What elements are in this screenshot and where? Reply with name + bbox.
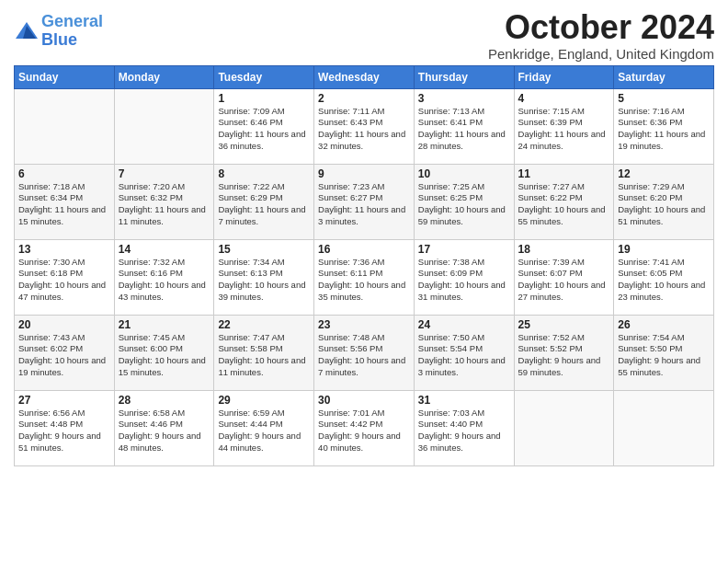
calendar-week-4: 20Sunrise: 7:43 AMSunset: 6:02 PMDayligh…	[15, 315, 714, 390]
calendar-cell: 4Sunrise: 7:15 AMSunset: 6:39 PMDaylight…	[514, 88, 614, 164]
day-info: Sunrise: 7:34 AMSunset: 6:13 PMDaylight:…	[218, 257, 310, 304]
calendar-cell: 14Sunrise: 7:32 AMSunset: 6:16 PMDayligh…	[114, 239, 214, 315]
day-number: 10	[418, 167, 510, 180]
day-number: 26	[618, 318, 710, 331]
calendar-cell: 16Sunrise: 7:36 AMSunset: 6:11 PMDayligh…	[314, 239, 415, 315]
day-number: 25	[518, 318, 610, 331]
day-number: 27	[18, 394, 110, 407]
day-number: 24	[418, 318, 510, 331]
calendar-cell: 22Sunrise: 7:47 AMSunset: 5:58 PMDayligh…	[214, 315, 314, 390]
calendar-cell: 25Sunrise: 7:52 AMSunset: 5:52 PMDayligh…	[514, 315, 614, 390]
day-number: 11	[518, 167, 610, 180]
day-number: 28	[119, 394, 210, 407]
day-number: 6	[18, 167, 110, 180]
calendar-table: Sunday Monday Tuesday Wednesday Thursday…	[14, 65, 714, 466]
day-info: Sunrise: 7:29 AMSunset: 6:20 PMDaylight:…	[618, 181, 710, 228]
calendar-cell	[15, 88, 115, 164]
day-info: Sunrise: 7:39 AMSunset: 6:07 PMDaylight:…	[518, 257, 610, 304]
calendar-cell: 10Sunrise: 7:25 AMSunset: 6:25 PMDayligh…	[414, 164, 514, 239]
calendar-cell: 9Sunrise: 7:23 AMSunset: 6:27 PMDaylight…	[314, 164, 415, 239]
day-info: Sunrise: 7:38 AMSunset: 6:09 PMDaylight:…	[418, 257, 510, 304]
calendar-cell: 11Sunrise: 7:27 AMSunset: 6:22 PMDayligh…	[514, 164, 614, 239]
day-info: Sunrise: 7:16 AMSunset: 6:36 PMDaylight:…	[618, 106, 710, 153]
calendar-cell: 3Sunrise: 7:13 AMSunset: 6:41 PMDaylight…	[414, 88, 514, 164]
day-info: Sunrise: 7:11 AMSunset: 6:43 PMDaylight:…	[318, 106, 410, 153]
day-number: 30	[318, 394, 410, 407]
day-number: 2	[318, 92, 410, 105]
calendar-cell: 6Sunrise: 7:18 AMSunset: 6:34 PMDaylight…	[15, 164, 115, 239]
day-info: Sunrise: 7:52 AMSunset: 5:52 PMDaylight:…	[518, 332, 610, 379]
header-wednesday: Wednesday	[314, 65, 415, 88]
header-row-days: Sunday Monday Tuesday Wednesday Thursday…	[15, 65, 714, 88]
day-number: 17	[418, 243, 510, 256]
calendar-cell: 5Sunrise: 7:16 AMSunset: 6:36 PMDaylight…	[614, 88, 714, 164]
calendar-cell: 13Sunrise: 7:30 AMSunset: 6:18 PMDayligh…	[15, 239, 115, 315]
calendar-cell: 28Sunrise: 6:58 AMSunset: 4:46 PMDayligh…	[114, 390, 214, 465]
calendar-cell	[114, 88, 214, 164]
page-container: General Blue October 2024 Penkridge, Eng…	[0, 0, 728, 471]
calendar-cell: 20Sunrise: 7:43 AMSunset: 6:02 PMDayligh…	[15, 315, 115, 390]
calendar-cell: 18Sunrise: 7:39 AMSunset: 6:07 PMDayligh…	[514, 239, 614, 315]
header-thursday: Thursday	[414, 65, 514, 88]
day-info: Sunrise: 7:22 AMSunset: 6:29 PMDaylight:…	[218, 181, 310, 228]
day-number: 18	[518, 243, 610, 256]
calendar-cell: 19Sunrise: 7:41 AMSunset: 6:05 PMDayligh…	[614, 239, 714, 315]
calendar-week-3: 13Sunrise: 7:30 AMSunset: 6:18 PMDayligh…	[15, 239, 714, 315]
calendar-cell: 15Sunrise: 7:34 AMSunset: 6:13 PMDayligh…	[214, 239, 314, 315]
day-info: Sunrise: 7:47 AMSunset: 5:58 PMDaylight:…	[218, 332, 310, 379]
location: Penkridge, England, United Kingdom	[488, 46, 714, 62]
calendar-cell: 21Sunrise: 7:45 AMSunset: 6:00 PMDayligh…	[114, 315, 214, 390]
day-info: Sunrise: 7:01 AMSunset: 4:42 PMDaylight:…	[318, 408, 410, 454]
calendar-cell: 26Sunrise: 7:54 AMSunset: 5:50 PMDayligh…	[614, 315, 714, 390]
day-info: Sunrise: 7:20 AMSunset: 6:32 PMDaylight:…	[119, 181, 210, 228]
calendar-cell: 31Sunrise: 7:03 AMSunset: 4:40 PMDayligh…	[414, 390, 514, 465]
day-info: Sunrise: 7:25 AMSunset: 6:25 PMDaylight:…	[418, 181, 510, 228]
calendar-cell	[614, 390, 714, 465]
month-title: October 2024	[488, 9, 714, 46]
day-number: 14	[119, 243, 210, 256]
day-info: Sunrise: 6:58 AMSunset: 4:46 PMDaylight:…	[119, 408, 210, 454]
calendar-week-5: 27Sunrise: 6:56 AMSunset: 4:48 PMDayligh…	[15, 390, 714, 465]
day-info: Sunrise: 7:13 AMSunset: 6:41 PMDaylight:…	[418, 106, 510, 153]
day-info: Sunrise: 6:56 AMSunset: 4:48 PMDaylight:…	[18, 408, 110, 454]
calendar-cell: 8Sunrise: 7:22 AMSunset: 6:29 PMDaylight…	[214, 164, 314, 239]
day-info: Sunrise: 7:30 AMSunset: 6:18 PMDaylight:…	[18, 257, 110, 304]
day-info: Sunrise: 7:43 AMSunset: 6:02 PMDaylight:…	[18, 332, 110, 379]
day-number: 23	[318, 318, 410, 331]
day-info: Sunrise: 7:15 AMSunset: 6:39 PMDaylight:…	[518, 106, 610, 153]
title-block: October 2024 Penkridge, England, United …	[488, 9, 714, 62]
day-number: 9	[318, 167, 410, 180]
day-number: 15	[218, 243, 310, 256]
calendar-week-2: 6Sunrise: 7:18 AMSunset: 6:34 PMDaylight…	[15, 164, 714, 239]
header-sunday: Sunday	[15, 65, 115, 88]
day-number: 20	[18, 318, 110, 331]
header-tuesday: Tuesday	[214, 65, 314, 88]
calendar-cell: 24Sunrise: 7:50 AMSunset: 5:54 PMDayligh…	[414, 315, 514, 390]
day-number: 29	[218, 394, 310, 407]
day-info: Sunrise: 7:41 AMSunset: 6:05 PMDaylight:…	[618, 257, 710, 304]
day-info: Sunrise: 7:03 AMSunset: 4:40 PMDaylight:…	[418, 408, 510, 454]
day-number: 5	[618, 92, 710, 105]
day-number: 21	[119, 318, 210, 331]
day-number: 16	[318, 243, 410, 256]
calendar-cell	[514, 390, 614, 465]
calendar-cell: 12Sunrise: 7:29 AMSunset: 6:20 PMDayligh…	[614, 164, 714, 239]
day-number: 8	[218, 167, 310, 180]
day-info: Sunrise: 7:54 AMSunset: 5:50 PMDaylight:…	[618, 332, 710, 379]
calendar-cell: 23Sunrise: 7:48 AMSunset: 5:56 PMDayligh…	[314, 315, 415, 390]
day-info: Sunrise: 7:36 AMSunset: 6:11 PMDaylight:…	[318, 257, 410, 304]
calendar-cell: 30Sunrise: 7:01 AMSunset: 4:42 PMDayligh…	[314, 390, 415, 465]
day-number: 12	[618, 167, 710, 180]
day-number: 13	[18, 243, 110, 256]
day-number: 31	[418, 394, 510, 407]
calendar-cell: 17Sunrise: 7:38 AMSunset: 6:09 PMDayligh…	[414, 239, 514, 315]
header-monday: Monday	[114, 65, 214, 88]
day-info: Sunrise: 7:18 AMSunset: 6:34 PMDaylight:…	[18, 181, 110, 228]
calendar-cell: 2Sunrise: 7:11 AMSunset: 6:43 PMDaylight…	[314, 88, 415, 164]
logo-line2: Blue	[41, 30, 77, 49]
logo: General Blue	[14, 13, 103, 50]
calendar-cell: 29Sunrise: 6:59 AMSunset: 4:44 PMDayligh…	[214, 390, 314, 465]
logo-icon	[14, 20, 40, 42]
day-info: Sunrise: 7:32 AMSunset: 6:16 PMDaylight:…	[119, 257, 210, 304]
logo-line1: General	[41, 12, 103, 30]
